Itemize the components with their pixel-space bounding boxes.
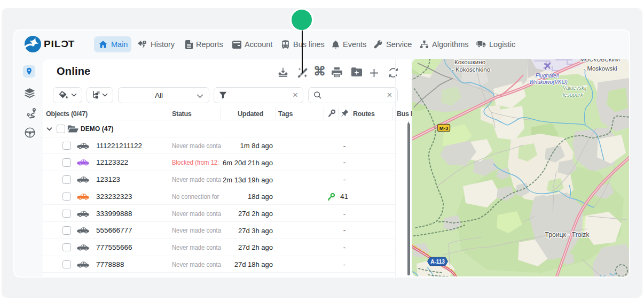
svg-text:Wnukowo(VKO): Wnukowo(VKO): [529, 79, 568, 85]
svg-text:Flughafen: Flughafen: [536, 73, 560, 79]
svg-text:- Kokoschkino: - Kokoschkino: [452, 66, 490, 73]
svg-text:Valuevskij: Valuevskij: [563, 85, 587, 91]
svg-text:M-3: M-3: [439, 125, 448, 131]
svg-text:МОСКОВСКИЙ: МОСКОВСКИЙ: [580, 59, 621, 63]
svg-text:Троицк - Troizk: Троицк - Troizk: [545, 231, 590, 239]
svg-text:- Moskowski: - Moskowski: [583, 65, 617, 72]
svg-text:A-113: A-113: [430, 259, 445, 265]
svg-text:lesopark: lesopark: [563, 92, 584, 98]
svg-text:Кокошкино: Кокошкино: [454, 59, 485, 65]
